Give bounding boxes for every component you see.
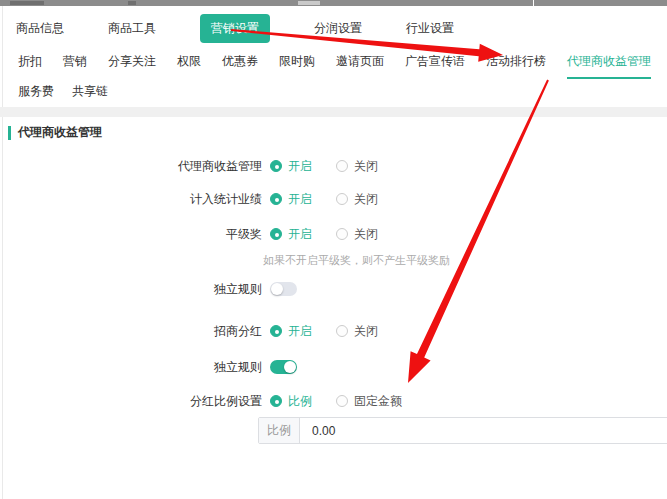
field-label: 平级奖 — [0, 226, 262, 243]
form-row-merchant-dividend: 招商分红 开启 关闭 — [0, 323, 378, 339]
peer-reward-hint: 如果不开启平级奖，则不产生平级奖励 — [263, 253, 450, 268]
ratio-input[interactable] — [300, 418, 667, 443]
section-title: 代理商收益管理 — [18, 124, 102, 141]
subtab-share-follow[interactable]: 分享关注 — [108, 53, 156, 77]
field-label: 招商分红 — [0, 323, 262, 340]
form-row-agent-income: 代理商收益管理 开启 关闭 — [0, 158, 378, 174]
subtab-marketing[interactable]: 营销 — [63, 53, 87, 77]
field-label: 独立规则 — [0, 359, 262, 376]
radio-on-label[interactable]: 开启 — [288, 323, 312, 340]
form-row-independent-rule-1: 独立规则 — [0, 281, 297, 297]
section-accent-bar — [8, 126, 11, 140]
ratio-input-prefix: 比例 — [259, 418, 300, 443]
form-row-peer-reward: 平级奖 开启 关闭 — [0, 226, 378, 242]
sub-tab-bar-row2: 服务费 共享链 — [3, 83, 667, 103]
radio-off-label[interactable]: 关闭 — [354, 158, 378, 175]
subtab-ad-slogan[interactable]: 广告宣传语 — [405, 53, 465, 77]
tab-product-tools[interactable]: 商品工具 — [108, 20, 156, 37]
chrome-decoration — [128, 1, 136, 5]
radio-off[interactable] — [336, 160, 348, 172]
form-row-independent-rule-2: 独立规则 — [0, 359, 297, 375]
subtab-activity-ranking[interactable]: 活动排行榜 — [486, 53, 546, 77]
chrome-decoration — [298, 1, 320, 5]
field-label: 分红比例设置 — [0, 393, 262, 410]
radio-fixed-amount[interactable] — [336, 395, 348, 407]
subtab-permission[interactable]: 权限 — [177, 53, 201, 77]
subtab-flash-sale[interactable]: 限时购 — [279, 53, 315, 77]
radio-ratio-label[interactable]: 比例 — [288, 393, 312, 410]
radio-fixed-amount-label[interactable]: 固定金额 — [354, 393, 402, 410]
subtab-service-fee[interactable]: 服务费 — [18, 83, 54, 103]
independent-rule-toggle-on[interactable] — [270, 360, 297, 374]
form-row-dividend-ratio: 分红比例设置 比例 固定金额 — [0, 393, 402, 409]
tab-product-info[interactable]: 商品信息 — [16, 20, 64, 37]
tab-profit-settings[interactable]: 分润设置 — [314, 20, 362, 37]
field-label: 独立规则 — [0, 281, 262, 298]
tab-marketing-settings-active[interactable]: 营销设置 — [200, 14, 270, 43]
tab-industry-settings[interactable]: 行业设置 — [406, 20, 454, 37]
radio-off-label[interactable]: 关闭 — [354, 191, 378, 208]
radio-off[interactable] — [336, 325, 348, 337]
top-tab-bar: 商品信息 商品工具 营销设置 分润设置 行业设置 — [3, 12, 667, 44]
radio-off[interactable] — [336, 193, 348, 205]
subtab-agent-income-active[interactable]: 代理商收益管理 — [567, 53, 651, 79]
radio-on-label[interactable]: 开启 — [288, 226, 312, 243]
radio-ratio-selected[interactable] — [270, 395, 282, 407]
subtab-invite-page[interactable]: 邀请页面 — [336, 53, 384, 77]
independent-rule-toggle-off[interactable] — [270, 282, 297, 296]
field-label: 代理商收益管理 — [0, 158, 262, 175]
subtab-discount[interactable]: 折扣 — [18, 53, 42, 77]
radio-on-selected[interactable] — [270, 160, 282, 172]
subtab-coupon[interactable]: 优惠券 — [222, 53, 258, 77]
page: 商品信息 商品工具 营销设置 分润设置 行业设置 折扣 营销 分享关注 权限 优… — [0, 0, 667, 499]
radio-off[interactable] — [336, 228, 348, 240]
section-separator — [0, 107, 667, 117]
radio-off-label[interactable]: 关闭 — [354, 323, 378, 340]
radio-on-selected[interactable] — [270, 325, 282, 337]
ratio-input-group: 比例 — [258, 417, 667, 444]
radio-on-label[interactable]: 开启 — [288, 191, 312, 208]
radio-on-label[interactable]: 开启 — [288, 158, 312, 175]
sub-tab-bar: 折扣 营销 分享关注 权限 优惠券 限时购 邀请页面 广告宣传语 活动排行榜 代… — [3, 53, 667, 75]
radio-off-label[interactable]: 关闭 — [354, 226, 378, 243]
radio-on-selected[interactable] — [270, 228, 282, 240]
subtab-share-chain[interactable]: 共享链 — [72, 83, 108, 103]
section-header: 代理商收益管理 — [8, 124, 102, 141]
chrome-decoration — [10, 1, 44, 5]
form-row-count-stats: 计入统计业绩 开启 关闭 — [0, 191, 378, 207]
radio-on-selected[interactable] — [270, 193, 282, 205]
field-label: 计入统计业绩 — [0, 191, 262, 208]
